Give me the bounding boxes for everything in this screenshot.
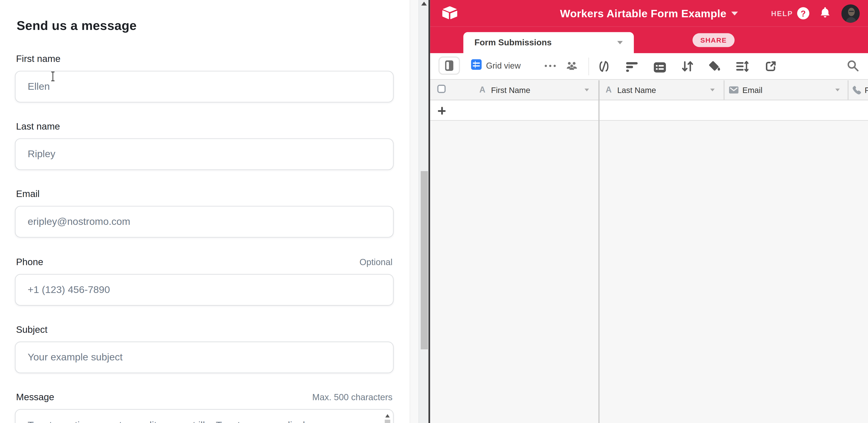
select-all-checkbox[interactable] [437, 85, 445, 93]
email-label: Email [16, 189, 39, 200]
form-heading: Send us a message [17, 18, 136, 33]
text-field-icon: A [606, 85, 612, 94]
last-name-field: Last name [15, 121, 394, 170]
chevron-down-icon[interactable] [710, 89, 715, 91]
column-separator [847, 80, 848, 100]
first-name-label: First name [16, 54, 61, 65]
page-gutter [410, 0, 418, 423]
screenshot-viewport: Send us a message First name Last name E… [0, 0, 868, 423]
chevron-down-icon[interactable] [732, 11, 738, 15]
airtable-pane: Workers Airtable Form Example HELP ? [430, 0, 868, 423]
page-scrollbar [418, 0, 429, 423]
textarea-scrollbar-thumb[interactable] [385, 420, 390, 423]
notifications-bell-icon[interactable] [820, 7, 831, 19]
email-field-icon [729, 86, 739, 93]
last-name-label: Last name [16, 121, 60, 132]
view-name[interactable]: Grid view [486, 61, 521, 70]
grid-view-icon[interactable] [471, 59, 482, 70]
hide-fields-icon[interactable] [598, 60, 610, 72]
last-name-input[interactable] [15, 138, 394, 170]
phone-input[interactable] [15, 274, 394, 306]
phone-optional-hint: Optional [360, 258, 392, 267]
text-cursor [50, 71, 55, 81]
airtable-topbar: Workers Airtable Form Example HELP ? [430, 0, 868, 27]
view-toolbar: Grid view [430, 53, 868, 80]
message-label: Message [16, 392, 54, 403]
message-textarea[interactable]: Tenetur optio quaerat expedita vero et i… [15, 409, 394, 423]
phone-field-icon [852, 85, 862, 95]
scroll-up-arrow-icon[interactable] [385, 414, 390, 418]
window-divider [429, 0, 430, 423]
first-name-input[interactable] [15, 71, 394, 102]
toolbar-divider [589, 58, 589, 75]
paint-fill-icon[interactable] [709, 60, 721, 72]
help-button[interactable]: HELP [771, 9, 793, 18]
chevron-down-icon[interactable] [617, 41, 623, 44]
chevron-down-icon[interactable] [835, 89, 840, 91]
contact-form-pane: Send us a message First name Last name E… [0, 0, 410, 423]
group-icon[interactable] [654, 61, 666, 73]
message-max-hint: Max. 500 characters [312, 393, 393, 402]
collaborators-icon[interactable] [566, 60, 578, 72]
primary-column-separator [598, 80, 599, 423]
open-view-icon[interactable] [765, 60, 777, 72]
help-circle-icon[interactable]: ? [797, 7, 809, 19]
sort-icon[interactable] [681, 60, 694, 72]
grid-header-row: A First Name A Last Name Email Phone [430, 80, 868, 100]
avatar[interactable] [841, 4, 860, 22]
scrollbar-up-arrow-icon[interactable] [421, 2, 427, 5]
message-field: Message Max. 500 characters Tenetur opti… [15, 392, 394, 423]
textarea-scrollbar [384, 412, 391, 423]
table-tab-label: Form Submissions [474, 38, 552, 48]
first-name-field: First name [15, 54, 394, 102]
phone-field: Phone Optional [15, 257, 394, 306]
column-separator [723, 80, 724, 100]
add-record-row[interactable] [430, 101, 868, 121]
filter-icon[interactable] [626, 61, 638, 73]
subject-label: Subject [16, 325, 48, 336]
view-options-ellipsis-icon[interactable] [545, 65, 559, 68]
column-header-first-name[interactable]: First Name [491, 86, 530, 95]
column-header-last-name[interactable]: Last Name [617, 86, 656, 95]
subject-field: Subject [15, 325, 394, 373]
panel-toggle-icon [445, 60, 453, 71]
email-input[interactable] [15, 206, 394, 238]
page-scrollbar-thumb[interactable] [421, 171, 428, 350]
subject-input[interactable] [15, 341, 394, 373]
add-record-icon[interactable] [438, 107, 446, 115]
column-header-email[interactable]: Email [742, 86, 763, 95]
search-icon[interactable] [847, 60, 859, 72]
view-sidebar-toggle-button[interactable] [438, 56, 460, 74]
base-title[interactable]: Workers Airtable Form Example [560, 7, 726, 20]
text-field-icon: A [479, 85, 485, 94]
share-button[interactable]: SHARE [692, 33, 735, 47]
phone-label: Phone [16, 257, 43, 268]
row-height-icon[interactable] [736, 60, 748, 72]
chevron-down-icon[interactable] [585, 89, 589, 91]
airtable-table-bar: Form Submissions SHARE [430, 27, 868, 53]
email-field: Email [15, 189, 394, 238]
table-tab-form-submissions[interactable]: Form Submissions [463, 32, 634, 53]
column-header-phone[interactable]: Phone [865, 86, 868, 95]
screen: Send us a message First name Last name E… [0, 0, 868, 423]
